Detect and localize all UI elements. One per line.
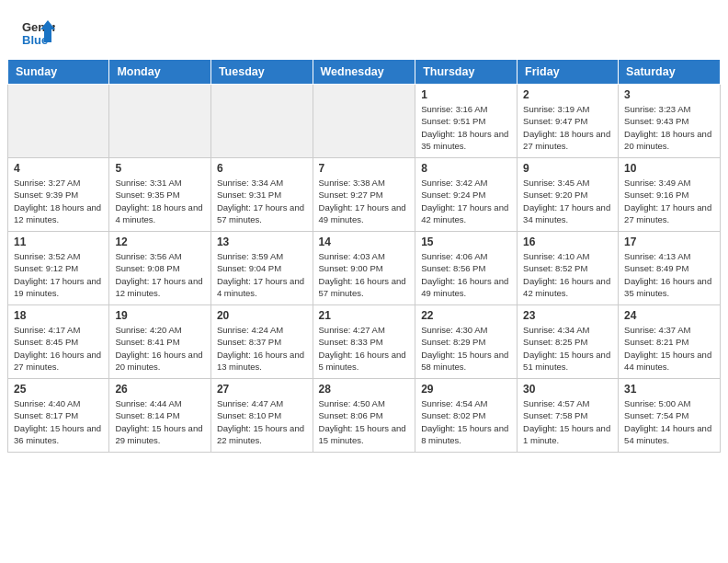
day-number: 26 (115, 383, 205, 396)
calendar-cell: 11Sunrise: 3:52 AMSunset: 9:12 PMDayligh… (8, 232, 109, 305)
day-info: Sunrise: 3:38 AMSunset: 9:27 PMDaylight:… (319, 177, 410, 225)
calendar-cell: 8Sunrise: 3:42 AMSunset: 9:24 PMDaylight… (415, 158, 518, 232)
calendar-cell: 30Sunrise: 4:57 AMSunset: 7:58 PMDayligh… (518, 379, 619, 453)
day-number: 25 (14, 383, 103, 396)
page-header: General Blue (0, 0, 728, 59)
day-number: 6 (217, 162, 307, 175)
calendar-cell: 17Sunrise: 4:13 AMSunset: 8:49 PMDayligh… (619, 232, 721, 305)
calendar-week-5: 25Sunrise: 4:40 AMSunset: 8:17 PMDayligh… (8, 379, 721, 453)
weekday-header-monday: Monday (109, 60, 211, 85)
calendar-cell: 2Sunrise: 3:19 AMSunset: 9:47 PMDaylight… (518, 85, 619, 158)
calendar-week-3: 11Sunrise: 3:52 AMSunset: 9:12 PMDayligh… (8, 232, 721, 305)
day-number: 22 (421, 309, 511, 322)
day-info: Sunrise: 4:44 AMSunset: 8:14 PMDaylight:… (115, 397, 205, 446)
calendar-body: 1Sunrise: 3:16 AMSunset: 9:51 PMDaylight… (8, 85, 721, 453)
calendar-header: SundayMondayTuesdayWednesdayThursdayFrid… (8, 60, 721, 85)
calendar-cell: 14Sunrise: 4:03 AMSunset: 9:00 PMDayligh… (313, 232, 415, 305)
day-info: Sunrise: 4:50 AMSunset: 8:06 PMDaylight:… (319, 397, 410, 446)
calendar-cell (109, 85, 211, 158)
calendar-cell: 21Sunrise: 4:27 AMSunset: 8:33 PMDayligh… (313, 305, 415, 379)
calendar-week-2: 4Sunrise: 3:27 AMSunset: 9:39 PMDaylight… (8, 158, 721, 232)
weekday-header-row: SundayMondayTuesdayWednesdayThursdayFrid… (8, 60, 721, 85)
day-info: Sunrise: 4:20 AMSunset: 8:41 PMDaylight:… (115, 324, 205, 373)
day-info: Sunrise: 3:16 AMSunset: 9:51 PMDaylight:… (421, 103, 511, 152)
weekday-header-sunday: Sunday (8, 60, 109, 85)
day-number: 3 (624, 88, 714, 101)
calendar-cell: 29Sunrise: 4:54 AMSunset: 8:02 PMDayligh… (415, 379, 518, 453)
day-number: 27 (217, 383, 307, 396)
day-number: 23 (523, 309, 612, 322)
weekday-header-thursday: Thursday (415, 60, 518, 85)
calendar-cell: 25Sunrise: 4:40 AMSunset: 8:17 PMDayligh… (8, 379, 109, 453)
day-info: Sunrise: 4:27 AMSunset: 8:33 PMDaylight:… (319, 324, 410, 373)
calendar-table: SundayMondayTuesdayWednesdayThursdayFrid… (7, 59, 721, 453)
day-number: 31 (624, 383, 714, 396)
day-info: Sunrise: 3:23 AMSunset: 9:43 PMDaylight:… (624, 103, 714, 152)
day-info: Sunrise: 4:10 AMSunset: 8:52 PMDaylight:… (523, 250, 612, 299)
day-number: 5 (115, 162, 205, 175)
svg-text:Blue: Blue (22, 33, 48, 47)
day-info: Sunrise: 3:56 AMSunset: 9:08 PMDaylight:… (115, 250, 205, 299)
day-info: Sunrise: 3:59 AMSunset: 9:04 PMDaylight:… (217, 250, 307, 299)
day-info: Sunrise: 4:30 AMSunset: 8:29 PMDaylight:… (421, 324, 511, 373)
calendar-cell: 31Sunrise: 5:00 AMSunset: 7:54 PMDayligh… (619, 379, 721, 453)
calendar-cell: 16Sunrise: 4:10 AMSunset: 8:52 PMDayligh… (518, 232, 619, 305)
day-number: 12 (115, 236, 205, 248)
day-number: 19 (115, 309, 205, 322)
day-number: 7 (319, 162, 410, 175)
calendar-week-1: 1Sunrise: 3:16 AMSunset: 9:51 PMDaylight… (8, 85, 721, 158)
day-info: Sunrise: 4:37 AMSunset: 8:21 PMDaylight:… (624, 324, 714, 373)
day-info: Sunrise: 4:24 AMSunset: 8:37 PMDaylight:… (217, 324, 307, 373)
calendar-cell (313, 85, 415, 158)
logo-icon: General Blue (22, 17, 55, 50)
calendar-cell: 15Sunrise: 4:06 AMSunset: 8:56 PMDayligh… (415, 232, 518, 305)
day-number: 16 (523, 236, 612, 248)
calendar-cell: 3Sunrise: 3:23 AMSunset: 9:43 PMDaylight… (619, 85, 721, 158)
calendar-cell: 24Sunrise: 4:37 AMSunset: 8:21 PMDayligh… (619, 305, 721, 379)
calendar-cell: 20Sunrise: 4:24 AMSunset: 8:37 PMDayligh… (210, 305, 313, 379)
calendar-cell: 10Sunrise: 3:49 AMSunset: 9:16 PMDayligh… (619, 158, 721, 232)
day-number: 13 (217, 236, 307, 248)
weekday-header-saturday: Saturday (619, 60, 721, 85)
day-number: 17 (624, 236, 714, 248)
calendar-cell: 12Sunrise: 3:56 AMSunset: 9:08 PMDayligh… (109, 232, 211, 305)
day-number: 21 (319, 309, 410, 322)
day-info: Sunrise: 4:47 AMSunset: 8:10 PMDaylight:… (217, 397, 307, 446)
calendar-cell: 9Sunrise: 3:45 AMSunset: 9:20 PMDaylight… (518, 158, 619, 232)
day-info: Sunrise: 3:19 AMSunset: 9:47 PMDaylight:… (523, 103, 612, 152)
day-number: 14 (319, 236, 410, 248)
day-info: Sunrise: 3:34 AMSunset: 9:31 PMDaylight:… (217, 177, 307, 225)
day-number: 28 (319, 383, 410, 396)
calendar-cell (8, 85, 109, 158)
calendar-cell: 28Sunrise: 4:50 AMSunset: 8:06 PMDayligh… (313, 379, 415, 453)
calendar-cell: 5Sunrise: 3:31 AMSunset: 9:35 PMDaylight… (109, 158, 211, 232)
day-info: Sunrise: 3:31 AMSunset: 9:35 PMDaylight:… (115, 177, 205, 225)
day-info: Sunrise: 3:49 AMSunset: 9:16 PMDaylight:… (624, 177, 714, 225)
calendar-cell: 27Sunrise: 4:47 AMSunset: 8:10 PMDayligh… (210, 379, 313, 453)
day-info: Sunrise: 3:42 AMSunset: 9:24 PMDaylight:… (421, 177, 511, 225)
calendar-cell: 13Sunrise: 3:59 AMSunset: 9:04 PMDayligh… (210, 232, 313, 305)
day-number: 2 (523, 88, 612, 101)
day-info: Sunrise: 3:52 AMSunset: 9:12 PMDaylight:… (14, 250, 103, 299)
day-info: Sunrise: 4:54 AMSunset: 8:02 PMDaylight:… (421, 397, 511, 446)
day-info: Sunrise: 3:45 AMSunset: 9:20 PMDaylight:… (523, 177, 612, 225)
calendar-cell: 26Sunrise: 4:44 AMSunset: 8:14 PMDayligh… (109, 379, 211, 453)
calendar-cell (210, 85, 313, 158)
calendar-cell: 4Sunrise: 3:27 AMSunset: 9:39 PMDaylight… (8, 158, 109, 232)
calendar-week-4: 18Sunrise: 4:17 AMSunset: 8:45 PMDayligh… (8, 305, 721, 379)
day-number: 8 (421, 162, 511, 175)
day-info: Sunrise: 4:13 AMSunset: 8:49 PMDaylight:… (624, 250, 714, 299)
logo: General Blue (22, 17, 55, 50)
day-info: Sunrise: 4:57 AMSunset: 7:58 PMDaylight:… (523, 397, 612, 446)
calendar-cell: 7Sunrise: 3:38 AMSunset: 9:27 PMDaylight… (313, 158, 415, 232)
calendar-cell: 1Sunrise: 3:16 AMSunset: 9:51 PMDaylight… (415, 85, 518, 158)
day-info: Sunrise: 3:27 AMSunset: 9:39 PMDaylight:… (14, 177, 103, 225)
day-number: 30 (523, 383, 612, 396)
calendar-cell: 22Sunrise: 4:30 AMSunset: 8:29 PMDayligh… (415, 305, 518, 379)
weekday-header-tuesday: Tuesday (210, 60, 313, 85)
calendar-cell: 18Sunrise: 4:17 AMSunset: 8:45 PMDayligh… (8, 305, 109, 379)
weekday-header-friday: Friday (518, 60, 619, 85)
day-number: 15 (421, 236, 511, 248)
calendar-wrapper: SundayMondayTuesdayWednesdayThursdayFrid… (0, 59, 728, 456)
day-number: 4 (14, 162, 103, 175)
